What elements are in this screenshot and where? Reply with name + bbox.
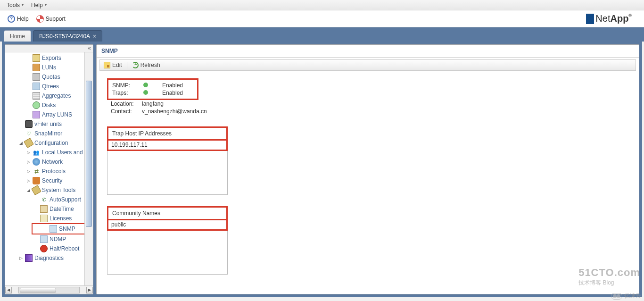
content-body: SNMP: Enabled Traps: Enabled Location: l… [97, 71, 639, 282]
list-item: public [111, 221, 126, 228]
refresh-label: Refresh [140, 62, 160, 68]
sidebar-item-label: Network [42, 159, 63, 165]
menu-help[interactable]: Help ▾ [27, 1, 50, 9]
community-list[interactable] [107, 231, 227, 274]
highlight-annotation: Community Names [107, 206, 228, 220]
status-enabled-icon [143, 90, 148, 95]
app-menubar: Tools ▾ Help ▾ [0, 0, 644, 10]
sidebar-collapse-button[interactable]: « [5, 45, 93, 52]
status-enabled-icon [143, 83, 148, 87]
expander-icon[interactable]: ▷ [26, 178, 31, 183]
sidebar-item-exports[interactable]: Exports [5, 53, 93, 63]
sidebar-item-label: System Tools [42, 187, 75, 193]
sidebar-item-diagnostics[interactable]: ▷Diagnostics [5, 253, 93, 263]
sidebar-item-label: Qtrees [42, 83, 59, 90]
nav-tree[interactable]: Exports LUNs Quotas Qtrees Aggregates Di… [5, 52, 93, 285]
sidebar-item-luns[interactable]: LUNs [5, 63, 93, 72]
sidebar-item-disks[interactable]: Disks [5, 100, 93, 110]
scrollbar-track[interactable] [18, 287, 80, 293]
content-toolbar: Edit Refresh [99, 59, 636, 71]
snapmirror-icon: ♡ [25, 130, 33, 137]
ndmp-icon [40, 235, 48, 243]
licenses-icon [40, 215, 48, 222]
sidebar-item-halt-reboot[interactable]: Halt/Reboot [5, 244, 93, 253]
security-icon [33, 177, 40, 184]
info-label: Traps: [112, 90, 143, 96]
trap-hosts-list[interactable] [107, 151, 227, 194]
sidebar-item-label: Disks [42, 102, 56, 109]
network-icon [33, 158, 40, 166]
caret-down-icon: ▾ [45, 3, 47, 7]
tab-system[interactable]: BJS0-ST57-V3240A × [33, 30, 102, 42]
vertical-scrollbar[interactable] [84, 52, 93, 285]
sidebar-item-vfiler[interactable]: vFiler units [5, 119, 93, 129]
sidebar-item-label: Aggregates [42, 92, 71, 99]
expander-icon[interactable]: ▷ [18, 256, 23, 260]
disks-icon [33, 101, 40, 109]
menu-tools[interactable]: Tools ▾ [3, 1, 27, 9]
sidebar-item-ndmp[interactable]: NDMP [5, 234, 93, 244]
help-button[interactable]: ? Help [4, 13, 33, 25]
sidebar-item-licenses[interactable]: Licenses [5, 214, 93, 223]
section-title: Community Names [112, 210, 160, 217]
lifebuoy-icon [36, 15, 44, 23]
info-row-location: Location: langfang [107, 100, 628, 108]
info-row-snmp: SNMP: Enabled [112, 82, 183, 89]
array-luns-icon [33, 111, 40, 118]
sidebar-item-aggregates[interactable]: Aggregates [5, 91, 93, 100]
sidebar-item-datetime[interactable]: DateTime [5, 204, 93, 214]
expander-icon[interactable]: ◢ [18, 141, 23, 145]
sidebar-item-snapmirror[interactable]: ♡SnapMirror [5, 129, 93, 138]
sidebar-item-label: Configuration [34, 140, 68, 146]
sidebar-item-label: AutoSupport [50, 196, 81, 203]
sidebar-item-label: Diagnostics [34, 255, 64, 261]
highlight-annotation: 10.199.117.11 [107, 140, 228, 151]
help-icon: ? [8, 15, 15, 23]
sidebar-item-quotas[interactable]: Quotas [5, 72, 93, 82]
expander-icon[interactable]: ▷ [26, 150, 31, 155]
info-value: Enabled [162, 82, 183, 89]
sidebar-item-system-tools[interactable]: ◢System Tools [5, 185, 93, 195]
tab-home[interactable]: Home [4, 30, 31, 42]
highlight-annotation: Trap Host IP Addresses [107, 126, 228, 141]
highlight-annotation: SNMP [32, 223, 90, 234]
info-value: v_nashengzhi@wanda.cn [142, 108, 207, 115]
edit-icon [104, 62, 110, 68]
tools-icon [31, 185, 41, 195]
sidebar-item-configuration[interactable]: ◢Configuration [5, 138, 93, 148]
diagnostics-icon [25, 254, 33, 262]
luns-icon [33, 64, 40, 71]
sidebar-item-qtrees[interactable]: Qtrees [5, 82, 93, 91]
support-button[interactable]: Support [33, 13, 69, 25]
sidebar-item-label: Exports [42, 55, 61, 61]
scrollbar-thumb[interactable] [20, 288, 56, 293]
scrollbar-thumb[interactable] [86, 81, 92, 227]
expander-icon[interactable]: ▷ [26, 169, 31, 174]
info-value: langfang [142, 100, 164, 107]
menu-tools-label: Tools [7, 2, 20, 8]
sidebar-item-snmp[interactable]: SNMP [33, 224, 88, 234]
sidebar-item-label: SnapMirror [34, 130, 62, 137]
refresh-icon [132, 62, 139, 68]
sidebar-item-autosupport[interactable]: ✆AutoSupport [5, 195, 93, 204]
sidebar-item-array-luns[interactable]: Array LUNS [5, 110, 93, 119]
sidebar-item-label: SNMP [59, 226, 75, 232]
scroll-right-button[interactable]: ▶ [86, 287, 93, 293]
sidebar-item-local-users[interactable]: ▷👥Local Users and [5, 148, 93, 157]
expander-icon[interactable]: ◢ [26, 188, 31, 192]
netapp-logo-icon [586, 14, 593, 24]
scroll-left-button[interactable]: ◀ [5, 287, 12, 293]
page-title: SNMP [97, 45, 639, 58]
close-icon[interactable]: × [93, 33, 96, 40]
edit-button[interactable]: Edit [104, 62, 122, 68]
list-item: 10.199.117.11 [111, 142, 148, 148]
tab-system-label: BJS0-ST57-V3240A [39, 33, 90, 40]
sidebar-item-protocols[interactable]: ▷⇄Protocols [5, 167, 93, 176]
sidebar-item-network[interactable]: ▷Network [5, 157, 93, 167]
halt-icon [40, 245, 48, 252]
expander-icon[interactable]: ▷ [26, 159, 31, 164]
sidebar-item-security[interactable]: ▷Security [5, 176, 93, 185]
refresh-button[interactable]: Refresh [132, 62, 160, 68]
horizontal-scrollbar[interactable]: ◀ ▶ [5, 285, 93, 294]
aggregates-icon [33, 92, 40, 100]
